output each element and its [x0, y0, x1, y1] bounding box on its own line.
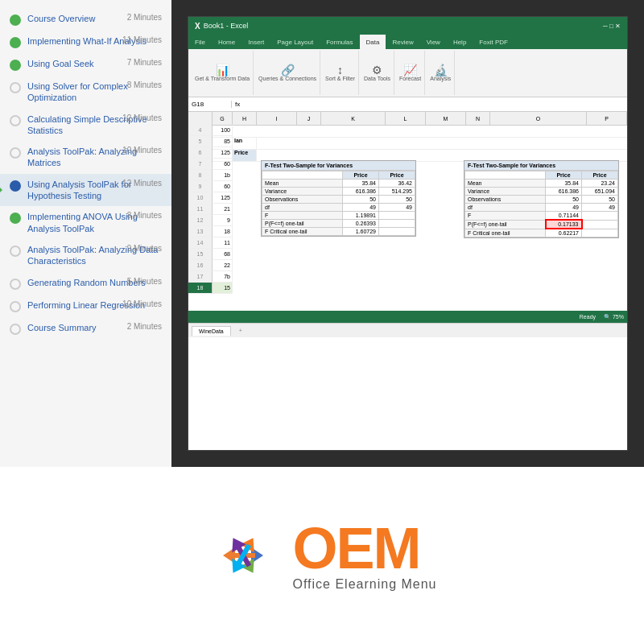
cell-h2: Ian: [233, 138, 257, 149]
window-controls[interactable]: ─ □ ✕: [603, 23, 621, 30]
active-arrow-icon: [0, 186, 2, 194]
status-circle: [10, 301, 21, 312]
sidebar-item-duration: 10 Minutes: [122, 146, 162, 155]
ftest-right-title: F-Test Two-Sample for Variances: [464, 161, 618, 171]
excel-titlebar: X Book1 - Excel ─ □ ✕: [188, 17, 627, 35]
tab-insert[interactable]: Insert: [242, 35, 270, 49]
sidebar-item-duration: 9 Minutes: [127, 244, 162, 253]
sidebar-item-duration: 10 Minutes: [122, 299, 162, 308]
sidebar-item-duration: 8 Minutes: [127, 211, 162, 220]
highlighted-cell: 0.17133: [546, 220, 582, 229]
sheet-tab-plus[interactable]: +: [233, 326, 249, 335]
sidebar-item-11[interactable]: Course Summary2 Minutes: [0, 317, 171, 340]
ftest-left-title: F-Test Two-Sample for Variances: [262, 161, 415, 171]
row-1: 1: [188, 126, 627, 138]
tab-data[interactable]: Data: [360, 35, 386, 49]
row-2: 2 Ian: [188, 138, 627, 150]
sidebar-item-5[interactable]: Analysis ToolPak: Analyzing Matrices10 M…: [0, 141, 171, 174]
excel-area: X Book1 - Excel ─ □ ✕ File Home Insert P…: [171, 0, 644, 467]
ftest-right-col2-header: Price: [582, 171, 618, 180]
ftest-right-col1-header: Price: [546, 171, 582, 180]
oem-tagline: Office Elearning Menu: [292, 577, 436, 592]
sheet-tab-winedata[interactable]: WineData: [192, 326, 231, 336]
tab-foxit[interactable]: Foxit PDF: [473, 35, 514, 49]
sheet-tabs: WineData +: [188, 323, 627, 337]
excel-ribbon-content: 📊 Get & Transform Data 🔗 Queries & Conne…: [188, 49, 627, 97]
cell-reference[interactable]: G18: [192, 101, 232, 108]
oem-logo: OEM Office Elearning Menu: [207, 519, 436, 592]
tab-pagelayout[interactable]: Page Layout: [270, 35, 320, 49]
sidebar-item-3[interactable]: Using Solver for Complex Optimization8 M…: [0, 76, 171, 109]
tab-formulas[interactable]: Formulas: [320, 35, 359, 49]
ribbon-analysis: 🔬 Analysis: [427, 51, 455, 95]
col-g-data: 100 85 125 60 1b 60 125 21 9 18 11 68 22…: [213, 125, 233, 294]
excel-statusbar: Ready 🔍 75%: [188, 311, 627, 323]
ftest-left-col1-header: Price: [343, 171, 379, 180]
tab-view[interactable]: View: [420, 35, 447, 49]
status-circle: [10, 213, 21, 224]
excel-logo: X: [195, 22, 200, 31]
status-circle: [10, 324, 21, 335]
tab-review[interactable]: Review: [386, 35, 419, 49]
sidebar-item-duration: 5 Minutes: [127, 277, 162, 286]
sidebar-item-duration: 2 Minutes: [127, 322, 162, 331]
ftest-left-table: F-Test Two-Sample for Variances Price Pr…: [261, 160, 416, 237]
ribbon-queries: 🔗 Queries & Connections: [255, 51, 320, 95]
tab-file[interactable]: File: [188, 35, 212, 49]
top-section: Course Overview2 MinutesImplementing Wha…: [0, 0, 644, 467]
sidebar-item-1[interactable]: Implementing What-If Analysis11 Minutes: [0, 31, 171, 53]
sidebar-item-duration: 8 Minutes: [127, 80, 162, 89]
status-circle: [10, 14, 21, 26]
tab-help[interactable]: Help: [447, 35, 473, 49]
oem-logo-text: OEM: [292, 519, 436, 577]
ribbon-get-data: 📊 Get & Transform Data: [192, 51, 254, 95]
status-circle: [10, 147, 21, 159]
status-circle: [10, 180, 21, 192]
sidebar-item-duration: 12 Minutes: [122, 179, 162, 188]
status-circle: [10, 115, 21, 126]
sidebar-item-4[interactable]: Calculating Simple Descriptive Statistic…: [0, 109, 171, 142]
course-sidebar: Course Overview2 MinutesImplementing Wha…: [0, 0, 171, 467]
formula-content: fx: [235, 101, 240, 108]
row-numbers: 4 5 6 7 8 9 10 11 12 13 14 15 16 17 18: [188, 125, 213, 294]
bottom-branding: OEM Office Elearning Menu: [0, 467, 644, 644]
sidebar-item-7[interactable]: Implementing ANOVA Using Analysis ToolPa…: [0, 206, 171, 239]
sidebar-item-duration: 7 Minutes: [127, 58, 162, 67]
sidebar-item-duration: 2 Minutes: [127, 13, 162, 22]
ribbon-sort-filter: ↕ Sort & Filter: [322, 51, 359, 95]
status-circle: [10, 82, 21, 93]
status-circle: [10, 246, 21, 257]
sidebar-item-9[interactable]: Generating Random Numbers5 Minutes: [0, 272, 171, 295]
status-circle: [10, 60, 21, 71]
ftest-left-col2-header: Price: [379, 171, 415, 180]
sidebar-item-2[interactable]: Using Goal Seek7 Minutes: [0, 53, 171, 76]
ftest-right-data: Price Price Mean 35.84 23.24 Variance 61…: [464, 171, 618, 237]
excel-window: X Book1 - Excel ─ □ ✕ File Home Insert P…: [188, 16, 628, 451]
ftest-left-data: Price Price Mean 35.84 36.42 Variance 61…: [262, 171, 415, 236]
sidebar-item-duration: 11 Minutes: [122, 35, 162, 44]
sidebar-item-6[interactable]: Using Analysis ToolPak for Hypothesis Te…: [0, 174, 171, 207]
status-circle: [10, 279, 21, 290]
ribbon-data-tools: ⚙ Data Tools: [361, 51, 394, 95]
ftest-right-table: F-Test Two-Sample for Variances Price Pr…: [464, 160, 619, 238]
sidebar-item-0[interactable]: Course Overview2 Minutes: [0, 8, 171, 31]
sidebar-item-10[interactable]: Performing Linear Regression10 Minutes: [0, 295, 171, 317]
oem-text: OEM Office Elearning Menu: [292, 519, 436, 592]
sidebar-item-duration: 12 Minutes: [122, 114, 162, 122]
status-circle: [10, 37, 21, 48]
ribbon-forecast: 📈 Forecast: [396, 51, 425, 95]
sidebar-item-8[interactable]: Analysis ToolPak: Analyzing Data Charact…: [0, 239, 171, 272]
oem-arrows-graphic: [207, 519, 279, 592]
excel-ribbon-tabs: File Home Insert Page Layout Formulas Da…: [188, 35, 627, 49]
cell-h3: Price: [233, 150, 257, 161]
tab-home[interactable]: Home: [212, 35, 242, 49]
spreadsheet-area: G H I J K L M N O P 1 2: [188, 112, 627, 337]
formula-bar: G18 fx: [188, 97, 627, 112]
excel-title: Book1 - Excel: [204, 22, 249, 30]
col-headers: G H I J K L M N O P: [188, 112, 627, 126]
